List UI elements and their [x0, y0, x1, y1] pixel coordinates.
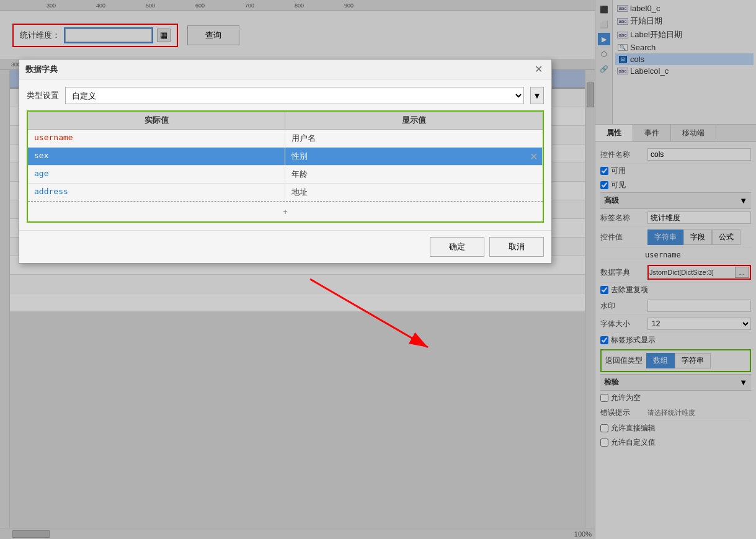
modal-type-label: 类型设置	[27, 90, 59, 101]
dict-th-actual: 实际值	[28, 112, 285, 129]
dict-cell-display-1: 性别	[285, 148, 543, 165]
dict-cell-actual-3: address	[28, 184, 285, 201]
dict-table: 实际值 显示值 username 用户名 sex 性别 ✕	[27, 110, 544, 223]
dict-row-0[interactable]: username 用户名	[28, 130, 543, 148]
modal-body: 类型设置 自定义 ▼ 实际值 显示值 username 用户名	[19, 79, 551, 230]
dict-row-2[interactable]: age 年龄	[28, 166, 543, 184]
modal-type-row: 类型设置 自定义 ▼	[27, 87, 544, 104]
modal-title: 数据字典	[25, 64, 58, 75]
dict-cell-display-3: 地址	[285, 184, 543, 201]
modal-cancel-btn[interactable]: 取消	[489, 237, 544, 257]
modal-dialog: 数据字典 ✕ 类型设置 自定义 ▼ 实际值 显示值	[19, 59, 552, 264]
dict-cell-actual-2: age	[28, 166, 285, 183]
dict-row-3[interactable]: address 地址	[28, 184, 543, 202]
dict-add-row[interactable]: +	[28, 202, 543, 221]
modal-close-btn[interactable]: ✕	[532, 63, 545, 75]
dict-cell-actual-0: username	[28, 130, 285, 147]
dict-table-body: username 用户名 sex 性别 ✕ age 年龄	[28, 130, 543, 202]
row-delete-icon-1[interactable]: ✕	[530, 151, 538, 163]
dict-table-header: 实际值 显示值	[28, 112, 543, 130]
dict-cell-display-0: 用户名	[285, 130, 543, 147]
dict-row-1[interactable]: sex 性别 ✕	[28, 148, 543, 166]
modal-ok-btn[interactable]: 确定	[430, 237, 484, 257]
modal-select-arrow[interactable]: ▼	[530, 87, 544, 104]
dict-cell-actual-1: sex	[28, 148, 285, 165]
dict-cell-display-2: 年龄	[285, 166, 543, 183]
dict-th-display: 显示值	[285, 112, 543, 129]
add-icon: +	[283, 207, 288, 216]
modal-footer: 确定 取消	[19, 230, 551, 263]
modal-type-select[interactable]: 自定义	[65, 87, 524, 104]
modal-overlay: 数据字典 ✕ 类型设置 自定义 ▼ 实际值 显示值	[0, 0, 756, 539]
modal-titlebar: 数据字典 ✕	[19, 60, 551, 79]
